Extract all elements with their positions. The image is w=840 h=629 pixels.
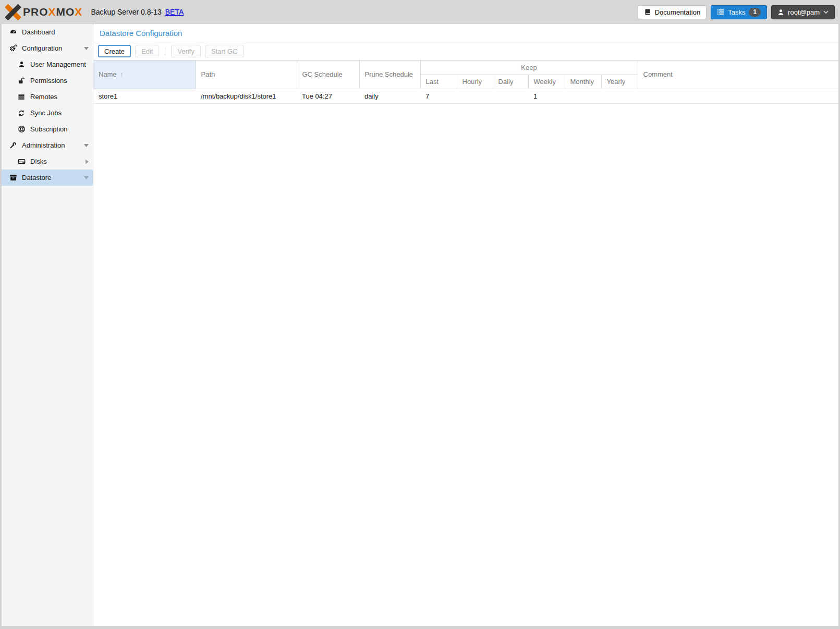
table-row-store1[interactable]: store1 /mnt/backup/disk1/store1 Tue 04:2… (93, 89, 838, 103)
column-header-keep-hourly[interactable]: Hourly (457, 75, 493, 89)
sidebar-item-label: Permissions (30, 77, 67, 84)
chevron-down-icon[interactable] (84, 176, 89, 179)
task-list-icon (717, 8, 724, 16)
sidebar-nav: Dashboard Configuration (2, 24, 93, 626)
sidebar-item-label: User Management (30, 61, 86, 68)
gauge-icon (9, 28, 17, 37)
cell-path: /mnt/backup/disk1/store1 (196, 89, 297, 103)
sidebar-item-user-management[interactable]: User Management (2, 56, 93, 72)
column-header-label: Daily (498, 78, 514, 86)
wrench-icon (9, 141, 17, 150)
column-header-keep-daily[interactable]: Daily (493, 75, 528, 89)
cell-keep-yearly (601, 89, 638, 103)
proxmox-x-logo-icon (5, 4, 21, 20)
column-header-keep-monthly[interactable]: Monthly (565, 75, 601, 89)
logo-part: X (48, 6, 56, 18)
sidebar-item-permissions[interactable]: Permissions (2, 72, 93, 89)
sidebar-item-label: Datastore (22, 174, 51, 182)
column-header-keep-last[interactable]: Last (420, 75, 457, 89)
title-bar: Datastore Configuration (93, 24, 838, 42)
sidebar-item-administration[interactable]: Administration (2, 137, 93, 153)
lifering-icon (17, 125, 26, 134)
product-title: Backup Server 0.8-13 (91, 8, 161, 16)
topbar-actions: Documentation Tasks 1 root@pam (638, 5, 835, 19)
column-header-label: Hourly (462, 78, 482, 86)
start-gc-button[interactable]: Start GC (205, 45, 244, 57)
column-group-keep: Keep (420, 61, 638, 75)
user-icon (777, 9, 784, 16)
column-header-path[interactable]: Path (196, 61, 297, 89)
cell-keep-last: 7 (420, 89, 457, 103)
cell-keep-weekly: 1 (528, 89, 565, 103)
column-header-label: Prune Schedule (365, 70, 413, 78)
cell-keep-hourly (457, 89, 493, 103)
sidebar-item-disks[interactable]: Disks (2, 153, 93, 170)
column-header-label: Monthly (570, 78, 594, 86)
cell-keep-monthly (565, 89, 601, 103)
sidebar-item-label: Administration (22, 141, 65, 149)
top-bar: PROXMOX Backup Server 0.8-13 BETA Docume… (0, 0, 840, 24)
column-header-label: Weekly (534, 78, 556, 86)
column-header-keep-weekly[interactable]: Weekly (528, 75, 565, 89)
chevron-right-icon[interactable] (86, 159, 89, 164)
cell-keep-daily (493, 89, 528, 103)
sidebar-item-datastore[interactable]: Datastore (2, 170, 93, 186)
sidebar-item-subscription[interactable]: Subscription (2, 121, 93, 137)
gears-icon (9, 44, 17, 53)
sidebar-item-label: Dashboard (22, 28, 55, 36)
sidebar-item-label: Configuration (22, 44, 62, 52)
cell-comment (638, 89, 838, 103)
create-button[interactable]: Create (98, 45, 131, 57)
tasks-count-badge: 1 (749, 8, 761, 17)
sidebar-item-label: Subscription (30, 125, 68, 133)
column-header-label: Last (426, 78, 439, 86)
column-header-label: Yearly (607, 78, 626, 86)
book-icon (644, 8, 651, 16)
column-header-label: Comment (643, 70, 673, 78)
proxmox-logo: PROXMOX (5, 4, 82, 20)
sidebar-item-dashboard[interactable]: Dashboard (2, 24, 93, 40)
documentation-button[interactable]: Documentation (638, 5, 707, 19)
proxmox-backup-server-app: PROXMOX Backup Server 0.8-13 BETA Docume… (0, 0, 840, 629)
column-header-gc-schedule[interactable]: GC Schedule (297, 61, 359, 89)
archive-icon (9, 174, 17, 182)
logo-part: PRO (23, 6, 48, 18)
sidebar-item-configuration[interactable]: Configuration (2, 40, 93, 56)
page-title: Datastore Configuration (100, 29, 182, 38)
column-header-comment[interactable]: Comment (638, 61, 838, 89)
edit-button[interactable]: Edit (135, 45, 159, 57)
column-header-keep-yearly[interactable]: Yearly (601, 75, 638, 89)
cell-gc-schedule: Tue 04:27 (297, 89, 359, 103)
body: Dashboard Configuration (0, 24, 840, 629)
verify-button[interactable]: Verify (171, 45, 201, 57)
column-header-label: Name (99, 70, 117, 78)
sort-ascending-icon: ↑ (120, 70, 124, 78)
sync-icon (17, 109, 26, 117)
logo-part: X (75, 6, 82, 18)
column-header-name[interactable]: Name↑ (93, 61, 196, 89)
beta-link[interactable]: BETA (165, 8, 184, 16)
cell-prune-schedule: daily (359, 89, 420, 103)
sidebar-item-sync-jobs[interactable]: Sync Jobs (2, 105, 93, 121)
cell-name: store1 (93, 89, 196, 103)
sidebar-item-label: Disks (30, 158, 47, 165)
column-header-prune-schedule[interactable]: Prune Schedule (359, 61, 420, 89)
hdd-icon (17, 158, 26, 166)
sidebar-item-label: Remotes (30, 93, 57, 101)
tasks-button[interactable]: Tasks 1 (711, 5, 767, 19)
sidebar-item-label: Sync Jobs (30, 109, 62, 117)
sidebar-item-remotes[interactable]: Remotes (2, 89, 93, 105)
user-label: root@pam (788, 8, 820, 16)
list-icon (17, 93, 26, 101)
main-panel: Datastore Configuration Create Edit Veri… (93, 24, 838, 626)
user-icon (17, 61, 26, 69)
toolbar-separator (165, 47, 165, 55)
chevron-down-icon (823, 10, 829, 14)
chevron-down-icon[interactable] (84, 47, 89, 50)
user-menu-button[interactable]: root@pam (771, 5, 835, 19)
proxmox-logo-text: PROXMOX (23, 6, 82, 18)
logo-part: MO (56, 6, 75, 18)
tasks-label: Tasks (728, 8, 745, 16)
unlock-icon (17, 77, 26, 85)
chevron-down-icon[interactable] (84, 144, 89, 147)
